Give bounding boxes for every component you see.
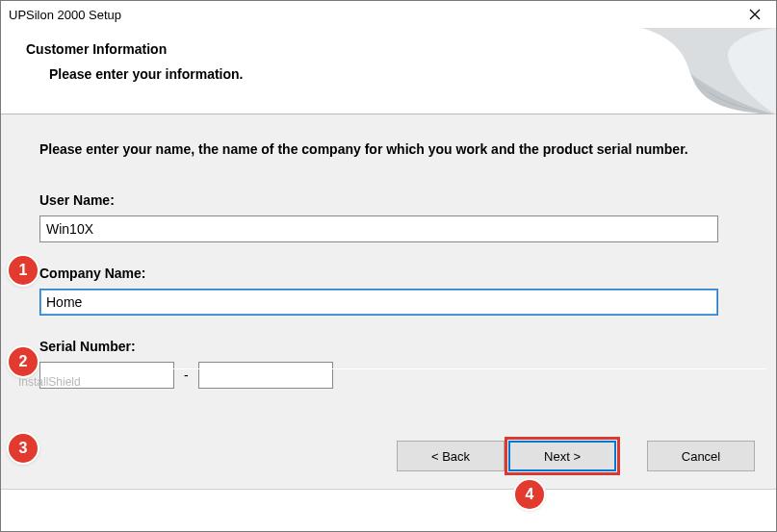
user-name-input[interactable] (39, 215, 718, 242)
instruction-text: Please enter your name, the name of the … (39, 139, 743, 160)
window-title: UPSilon 2000 Setup (9, 8, 768, 22)
footer-separator (124, 368, 766, 369)
annotation-badge-3: 3 (9, 434, 38, 463)
serial-number-row: - (39, 362, 743, 389)
serial-number-block: Serial Number: - (39, 339, 743, 389)
back-button-label: Back (442, 449, 470, 464)
cancel-button[interactable]: Cancel (647, 441, 755, 471)
serial-dash: - (184, 367, 189, 383)
annotation-badge-4: 4 (515, 480, 544, 509)
close-icon (749, 9, 761, 20)
cancel-button-label: Cancel (682, 449, 720, 464)
annotation-badge-1: 1 (9, 256, 38, 285)
next-button-label: Next (544, 449, 570, 464)
annotation-badge-2: 2 (9, 347, 38, 376)
next-button[interactable]: Next > (508, 441, 616, 471)
titlebar: UPSilon 2000 Setup (1, 1, 776, 28)
setup-window: UPSilon 2000 Setup Customer Information … (0, 0, 777, 532)
serial-number-label: Serial Number: (39, 339, 743, 354)
serial-part2-input[interactable] (198, 362, 333, 389)
content-area: Please enter your name, the name of the … (1, 114, 776, 490)
company-name-label: Company Name: (39, 266, 743, 281)
company-name-block: Company Name: (39, 266, 743, 316)
header-title: Customer Information (26, 41, 755, 57)
footer-area: InstallShield < Back Next > Cancel (1, 431, 776, 489)
header-area: Customer Information Please enter your i… (1, 28, 776, 114)
user-name-label: User Name: (39, 192, 743, 208)
chevron-left-icon: < (431, 449, 439, 464)
back-button[interactable]: < Back (397, 441, 505, 471)
company-name-input[interactable] (39, 289, 718, 316)
close-button[interactable] (734, 1, 776, 28)
button-row: < Back Next > Cancel (397, 437, 755, 475)
chevron-right-icon: > (573, 449, 581, 464)
next-button-highlight: Next > (505, 437, 620, 475)
header-subtitle: Please enter your information. (49, 66, 755, 82)
user-name-block: User Name: (39, 192, 743, 242)
footer-brand: InstallShield (18, 375, 81, 389)
